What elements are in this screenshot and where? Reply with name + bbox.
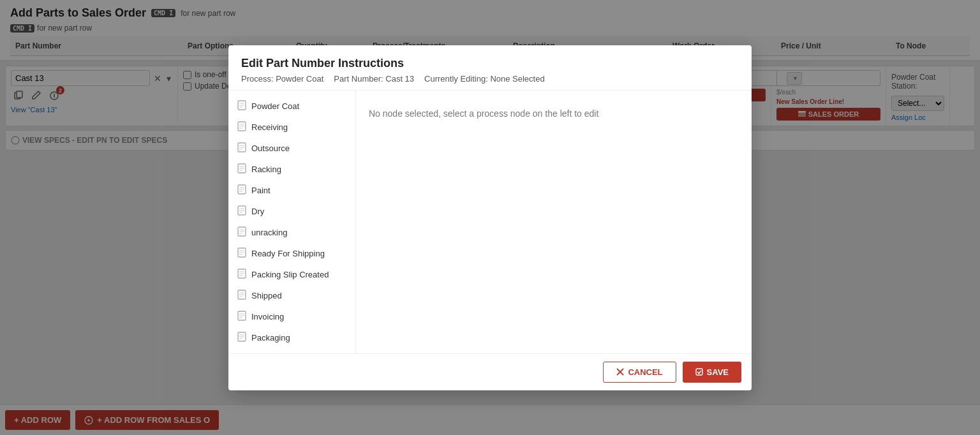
modal-title: Edit Part Number Instructions: [241, 57, 739, 70]
doc-icon: [237, 142, 246, 154]
modal-node-item[interactable]: Receiving: [228, 117, 355, 138]
modal-header: Edit Part Number Instructions Process: P…: [228, 45, 752, 91]
modal-node-item[interactable]: Ready For Shipping: [228, 243, 355, 264]
modal-meta-part-number: Part Number: Cast 13: [334, 74, 414, 84]
modal-node-label: unracking: [251, 228, 287, 237]
no-selection-text: No node selected, select a process node …: [369, 108, 598, 119]
modal-node-item[interactable]: Packaging: [228, 327, 355, 348]
doc-icon: [237, 121, 246, 133]
modal-node-item[interactable]: Shipped: [228, 285, 355, 306]
modal-meta-process: Process: Powder Coat: [241, 74, 323, 84]
save-button[interactable]: SAVE: [683, 362, 741, 383]
doc-icon: [237, 290, 246, 302]
modal: Edit Part Number Instructions Process: P…: [228, 45, 752, 390]
modal-node-label: Packaging: [251, 333, 290, 343]
modal-node-label: Racking: [251, 165, 281, 174]
modal-node-label: Dry: [251, 207, 264, 216]
doc-icon: [237, 269, 246, 281]
doc-icon: [237, 100, 246, 112]
save-label: SAVE: [707, 367, 729, 377]
modal-footer: CANCEL SAVE: [228, 353, 752, 390]
modal-node-label: Shipped: [251, 291, 282, 300]
modal-node-item[interactable]: Paint: [228, 180, 355, 201]
doc-icon: [237, 163, 246, 175]
doc-icon: [237, 247, 246, 260]
modal-node-label: Invoicing: [251, 312, 284, 321]
modal-node-label: Packing Slip Created: [251, 270, 329, 279]
modal-node-item[interactable]: Dry: [228, 201, 355, 222]
modal-node-label: Ready For Shipping: [251, 249, 325, 258]
cancel-button[interactable]: CANCEL: [603, 362, 676, 383]
modal-content: No node selected, select a process node …: [356, 91, 752, 353]
modal-overlay: Edit Part Number Instructions Process: P…: [0, 0, 980, 435]
svg-rect-67: [696, 369, 702, 375]
modal-node-item[interactable]: Powder Coat: [228, 96, 355, 117]
modal-node-item[interactable]: Outsource: [228, 138, 355, 159]
modal-node-label: Powder Coat: [251, 101, 299, 111]
modal-node-item[interactable]: unracking: [228, 222, 355, 243]
doc-icon: [237, 311, 246, 323]
modal-node-item[interactable]: Racking: [228, 159, 355, 180]
modal-node-label: Receiving: [251, 122, 288, 132]
modal-node-label: Paint: [251, 186, 271, 195]
modal-meta: Process: Powder Coat Part Number: Cast 1…: [241, 74, 739, 84]
modal-sidebar: Powder Coat Receiving Outs: [228, 91, 356, 353]
modal-body: Powder Coat Receiving Outs: [228, 91, 752, 353]
modal-node-item[interactable]: Packing Slip Created: [228, 264, 355, 285]
doc-icon: [237, 205, 246, 218]
modal-node-label: Outsource: [251, 144, 290, 153]
modal-meta-currently-editing: Currently Editing: None Selected: [424, 74, 545, 84]
doc-icon: [237, 184, 246, 196]
doc-icon: [237, 332, 246, 344]
doc-icon: [237, 226, 246, 239]
cancel-label: CANCEL: [628, 367, 662, 377]
modal-node-item[interactable]: Invoicing: [228, 306, 355, 327]
